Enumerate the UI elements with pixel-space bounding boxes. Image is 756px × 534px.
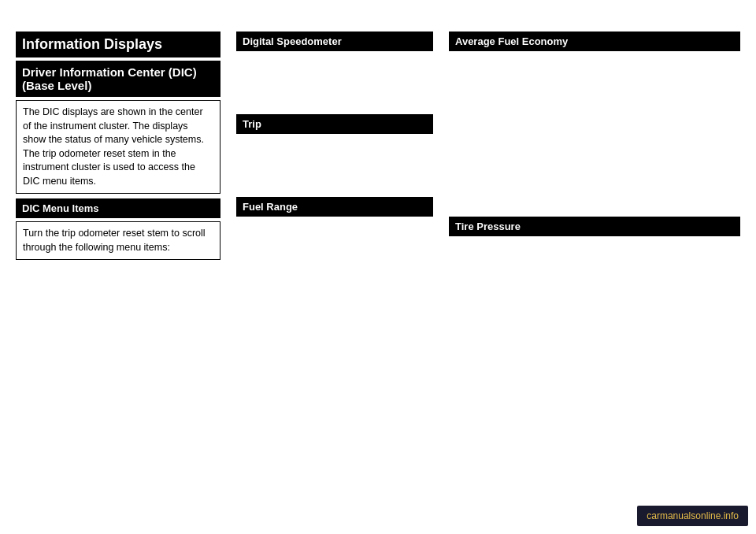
dic-menu-text: Turn the trip odometer reset stem to scr…	[23, 227, 213, 254]
dic-description-text: The DIC displays are shown in the center…	[23, 106, 213, 188]
fuel-range-label: Fuel Range	[236, 197, 433, 217]
average-fuel-economy-label: Average Fuel Economy	[449, 32, 740, 51]
trip-label: Trip	[236, 114, 433, 134]
dic-menu-text-box: Turn the trip odometer reset stem to scr…	[16, 221, 220, 260]
watermark-text: carmanualsonline.info	[647, 510, 739, 521]
main-title: Information Displays	[16, 32, 220, 57]
digital-speedometer-label: Digital Speedometer	[236, 32, 433, 51]
tire-pressure-label: Tire Pressure	[449, 217, 740, 236]
dic-description-box: The DIC displays are shown in the center…	[16, 100, 220, 194]
dic-menu-title: DIC Menu Items	[16, 198, 220, 218]
middle-column: Digital Speedometer Trip Fuel Range	[228, 32, 441, 263]
left-column: Information Displays Driver Information …	[16, 32, 228, 263]
watermark: carmanualsonline.info	[637, 506, 748, 526]
page-container: Information Displays Driver Information …	[0, 0, 756, 534]
sub-title: Driver Information Center (DIC) (Base Le…	[16, 61, 220, 97]
right-column: Average Fuel Economy Tire Pressure	[441, 32, 740, 263]
content-area: Information Displays Driver Information …	[16, 32, 740, 263]
